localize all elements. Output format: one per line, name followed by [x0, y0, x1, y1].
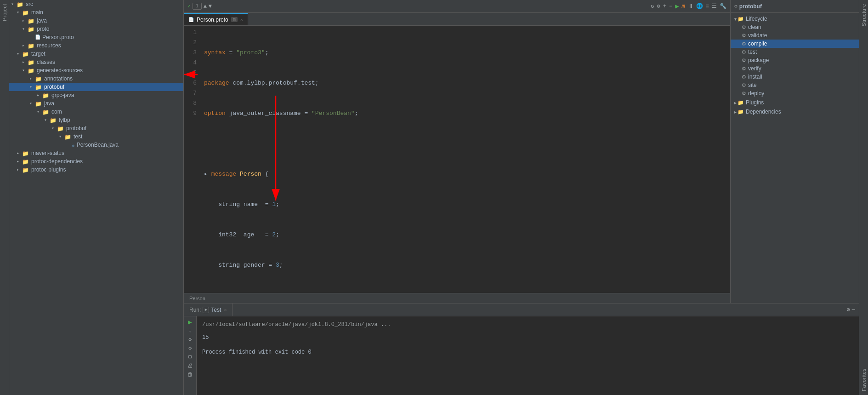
- tree-item-classes[interactable]: ▸ 📁 classes: [9, 58, 183, 66]
- maven-item-test[interactable]: ⚙ test: [731, 48, 859, 56]
- run-tab-close-icon[interactable]: ✕: [224, 307, 227, 313]
- m-icon: m: [682, 3, 685, 10]
- tree-item-com[interactable]: ▾ 📁 com: [9, 108, 183, 116]
- editor-footer: Person: [184, 293, 730, 303]
- maven-lifecycle-header[interactable]: ▾ 📁 Lifecycle: [731, 15, 859, 23]
- run-process-message: Process finished with exit code 0: [202, 348, 853, 357]
- maven-plugins-header[interactable]: ▸ 📁 Plugins: [731, 98, 859, 107]
- bottom-run-panel: Run: ▶ Test ✕ ⚙ —: [184, 303, 859, 395]
- minus-icon[interactable]: −: [669, 3, 672, 10]
- run-minimize-icon[interactable]: —: [852, 307, 855, 313]
- tree-item-main[interactable]: ▾ 📁 main: [9, 8, 183, 17]
- structure-panel-label[interactable]: Structure: [860, 0, 868, 30]
- maven-panel: ⚙ protobuf ▾ 📁 Lifecycle ⚙ cl: [730, 0, 859, 303]
- maven-item-site[interactable]: ⚙ site: [731, 81, 859, 89]
- tree-item-person-proto[interactable]: 📄 Person.proto: [9, 33, 183, 41]
- maven-item-deploy[interactable]: ⚙ deploy: [731, 89, 859, 97]
- run-command-line: /usr/local/software/oracle/java/jdk1.8.0…: [202, 320, 853, 329]
- tree-item-generated-sources[interactable]: ▾ 📁 generated-sources: [9, 66, 183, 74]
- run-tab[interactable]: Run: ▶ Test ✕: [184, 303, 233, 316]
- tree-item-personbeanjava[interactable]: ☕ PersonBean.java: [9, 141, 183, 149]
- tree-item-annotations[interactable]: ▸ 📁 annotations: [9, 74, 183, 83]
- run-gear2-icon[interactable]: ⚙: [188, 345, 192, 352]
- maven-item-install[interactable]: ⚙ install: [731, 73, 859, 81]
- tree-item-test[interactable]: ▾ 📁 test: [9, 132, 183, 141]
- run-trash-icon[interactable]: 🗑: [187, 371, 193, 378]
- tree-item-java2[interactable]: ▾ 📁 java: [9, 99, 183, 108]
- run-green-icon[interactable]: ▶: [675, 2, 679, 10]
- favorites-panel-label[interactable]: Favorites: [860, 365, 868, 395]
- run-left-toolbar: ▶ ↓ ⚙ ⚙ ⊞ 🖨 🗑: [184, 316, 197, 395]
- tree-item-grpc-java[interactable]: ▸ 📁 grpc-java: [9, 91, 183, 99]
- project-panel-icon: Project: [1, 2, 8, 23]
- run-layout-icon[interactable]: ⊞: [188, 354, 192, 361]
- run-play-btn[interactable]: ▶: [188, 318, 192, 326]
- align-icon[interactable]: ≡: [706, 3, 709, 10]
- tab-badge-m: m: [231, 17, 238, 22]
- run-output-number: 15: [202, 333, 853, 342]
- maven-item-package[interactable]: ⚙ package: [731, 56, 859, 64]
- tree-item-maven-status[interactable]: ▸ 📁 maven-status: [9, 149, 183, 157]
- tree-item-java[interactable]: ▸ 📁 java: [9, 17, 183, 25]
- maven-tree: ▾ 📁 Lifecycle ⚙ clean ⚙ validate: [731, 13, 859, 303]
- tree-item-protoc-plugins[interactable]: ▸ 📁 protoc-plugins: [9, 166, 183, 174]
- globe-icon[interactable]: 🌐: [696, 3, 703, 10]
- tree-item-target[interactable]: ▾ 📁 target: [9, 50, 183, 58]
- tree-item-src[interactable]: ▾ 📁 src: [9, 0, 183, 8]
- maven-item-verify[interactable]: ⚙ verify: [731, 64, 859, 73]
- tree-item-lylbp[interactable]: ▾ 📁 lylbp: [9, 116, 183, 124]
- maven-item-validate[interactable]: ⚙ validate: [731, 31, 859, 40]
- editor-tab-person-proto[interactable]: 📄 Person.proto m ✕: [184, 13, 248, 25]
- run-print-icon[interactable]: 🖨: [187, 362, 193, 369]
- maven-dependencies-header[interactable]: ▸ 📁 Dependencies: [731, 108, 859, 116]
- tree-item-protobuf2[interactable]: ▾ 📁 protobuf: [9, 124, 183, 132]
- maven-item-compile[interactable]: ⚙ compile: [731, 40, 859, 48]
- run-settings2-icon[interactable]: ⚙: [188, 336, 192, 343]
- tree-item-proto[interactable]: ▾ 📁 proto: [9, 25, 183, 33]
- run-scroll-down-btn[interactable]: ↓: [188, 328, 192, 334]
- list-icon[interactable]: ☰: [712, 3, 717, 10]
- tree-item-protobuf[interactable]: ▾ 📁 protobuf: [9, 83, 183, 91]
- maven-item-clean[interactable]: ⚙ clean: [731, 23, 859, 31]
- editor-tabs: 📄 Person.proto m ✕: [184, 13, 730, 26]
- double-bar-icon[interactable]: ⏸: [688, 3, 693, 10]
- add-icon[interactable]: +: [663, 3, 666, 10]
- editor-area: ✓ 1 ▲ ▼ ↻ ⚙ + − ▶ m ⏸: [184, 0, 730, 303]
- run-output: /usr/local/software/oracle/java/jdk1.8.0…: [197, 316, 859, 395]
- line-numbers: 1 2 3 4 5 6 7 8 9: [184, 26, 200, 293]
- settings-icon[interactable]: ⚙: [657, 3, 660, 10]
- tree-item-protoc-dependencies[interactable]: ▸ 📁 protoc-dependencies: [9, 157, 183, 166]
- wrench-icon[interactable]: 🔧: [720, 3, 726, 10]
- refresh-icon[interactable]: ↻: [651, 3, 654, 10]
- maven-title: protobuf: [739, 3, 762, 10]
- run-settings-icon[interactable]: ⚙: [847, 306, 850, 313]
- code-content[interactable]: syntax = "proto3"; package com.lylbp.pro…: [200, 26, 730, 293]
- tab-close-icon[interactable]: ✕: [240, 17, 243, 23]
- project-tree: ▾ 📁 src ▾ 📁 main ▸ 📁 java ▾ 📁 proto: [9, 0, 184, 395]
- tree-item-resources[interactable]: ▸ 📁 resources: [9, 41, 183, 50]
